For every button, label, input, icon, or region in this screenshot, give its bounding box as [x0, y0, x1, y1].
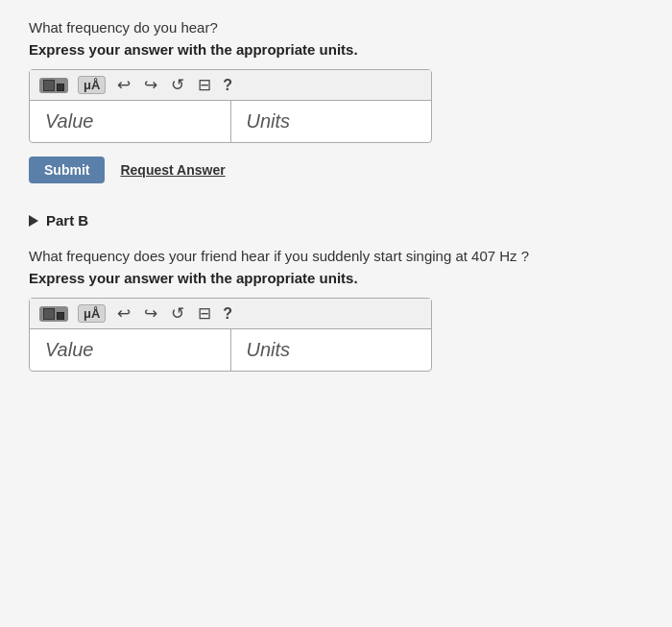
- grid-icon[interactable]: [39, 78, 68, 93]
- grid-square-large: [43, 80, 55, 91]
- part-b-toolbar: μÅ ↩ ↪ ↺ ⊟ ?: [30, 299, 431, 329]
- grid-square-large-b: [43, 308, 55, 320]
- redo-button-a[interactable]: ↪: [142, 77, 159, 93]
- part-a-question: What frequency do you hear?: [29, 19, 643, 36]
- refresh-button-b[interactable]: ↺: [169, 305, 186, 322]
- part-b-label: Part B: [46, 212, 88, 229]
- part-a-section: What frequency do you hear? Express your…: [29, 19, 643, 183]
- collapse-triangle-icon[interactable]: [29, 215, 38, 227]
- keyboard-button-a[interactable]: ⊟: [196, 77, 213, 93]
- part-b-instruction: Express your answer with the appropriate…: [29, 270, 643, 286]
- help-button-a[interactable]: ?: [223, 77, 232, 94]
- part-a-toolbar: μÅ ↩ ↪ ↺ ⊟ ?: [30, 70, 431, 101]
- part-b-value-input[interactable]: Value: [30, 329, 231, 371]
- submit-button-a[interactable]: Submit: [29, 157, 105, 183]
- part-a-instruction: Express your answer with the appropriate…: [29, 41, 643, 58]
- part-a-answer-box: μÅ ↩ ↪ ↺ ⊟ ? Value Units: [29, 69, 432, 143]
- part-b-input-row: Value Units: [30, 329, 431, 371]
- part-a-value-input[interactable]: Value: [30, 101, 231, 142]
- part-b-units-input[interactable]: Units: [231, 329, 432, 371]
- part-a-submit-row: Submit Request Answer: [29, 157, 643, 183]
- part-b-answer-box: μÅ ↩ ↪ ↺ ⊟ ? Value Units: [29, 298, 432, 372]
- mu-label-b[interactable]: μÅ: [78, 304, 106, 323]
- part-a-units-input[interactable]: Units: [231, 101, 432, 142]
- request-answer-link-a[interactable]: Request Answer: [120, 162, 225, 178]
- grid-square-small: [57, 84, 64, 91]
- undo-button-a[interactable]: ↩: [115, 77, 132, 93]
- undo-button-b[interactable]: ↩: [115, 305, 132, 322]
- part-a-input-row: Value Units: [30, 101, 431, 142]
- grid-square-small-b: [57, 312, 64, 320]
- grid-icon-b[interactable]: [39, 306, 68, 322]
- mu-label-a[interactable]: μÅ: [78, 76, 106, 94]
- help-button-b[interactable]: ?: [223, 305, 232, 323]
- redo-button-b[interactable]: ↪: [142, 305, 159, 322]
- part-b-section: What frequency does your friend hear if …: [29, 248, 643, 372]
- refresh-button-a[interactable]: ↺: [169, 77, 186, 93]
- keyboard-button-b[interactable]: ⊟: [196, 305, 213, 322]
- part-b-question: What frequency does your friend hear if …: [29, 248, 643, 264]
- part-b-header: Part B: [29, 212, 643, 229]
